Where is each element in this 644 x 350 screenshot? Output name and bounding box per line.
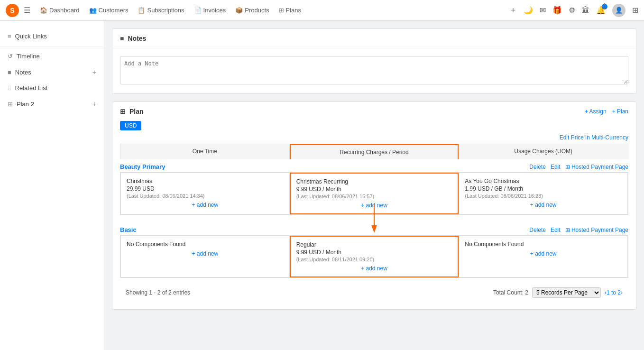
sidebar-item-quick-links[interactable]: ≡ Quick Links (0, 28, 104, 44)
add-icon[interactable]: ＋ (509, 5, 517, 15)
delete-basic-link[interactable]: Delete (529, 227, 546, 233)
beauty-one-time-cell: Christmas 29.99 USD (Last Updated: 08/06… (120, 173, 290, 214)
nav-products[interactable]: 📦 Products (231, 5, 273, 16)
basic-recurring-cell: Regular 9.99 USD / Month (Last Updated: … (290, 236, 459, 277)
basic-usage-no-comp: No Components Found (465, 241, 622, 248)
plan-grid-beauty: Christmas 29.99 USD (Last Updated: 08/06… (120, 172, 628, 215)
beauty-recurring-updated: (Last Updated: 08/06/2021 15:57) (296, 193, 452, 199)
plan-actions-beauty: Delete Edit ⊞ Hosted Payment Page (529, 164, 628, 170)
plan-columns-wrapper: One Time Recurring Charges / Period Usag… (120, 144, 628, 278)
delete-beauty-link[interactable]: Delete (529, 164, 546, 170)
mail-icon[interactable]: ✉ (540, 6, 546, 15)
notes-textarea[interactable] (120, 56, 628, 84)
nav-invoices[interactable]: 📄 Invoices (190, 5, 230, 16)
bank-icon[interactable]: 🏛 (582, 6, 589, 15)
plan-actions-basic: Delete Edit ⊞ Hosted Payment Page (529, 227, 628, 233)
settings-icon[interactable]: ⚙ (569, 6, 575, 15)
basic-one-time-add-new[interactable]: + add new (127, 250, 284, 257)
top-navigation: S ☰ 🏠 Dashboard 👥 Customers 📋 Subscripti… (0, 0, 644, 21)
showing-text: Showing 1 - 2 of 2 entries (126, 289, 190, 296)
notes-title-icon: ■ (120, 35, 124, 42)
beauty-recurring-add-new[interactable]: + add new (296, 202, 452, 209)
plan-title-icon: ⊞ (120, 108, 126, 115)
beauty-christmas-updated: (Last Updated: 08/06/2021 14:34) (127, 193, 284, 199)
quick-links-icon: ≡ (8, 33, 11, 40)
plan-title: Plan (129, 108, 144, 115)
notification-badge: 1 (602, 4, 607, 9)
sidebar-item-plan[interactable]: ⊞ Plan 2 + (0, 96, 104, 112)
beauty-usage-price: 1.99 USD / GB / Month (465, 185, 622, 192)
edit-beauty-link[interactable]: Edit (551, 164, 561, 170)
beauty-usage-add-new[interactable]: + add new (465, 202, 622, 208)
plan-card-header: ⊞ Plan + Assign + Plan (112, 102, 636, 121)
timeline-icon: ↺ (8, 53, 13, 60)
plan-body: USD Edit Price in Multi-Currency One Tim… (112, 121, 636, 309)
edit-basic-link[interactable]: Edit (551, 227, 561, 233)
beauty-usage-cell: As You Go Christmas 1.99 USD / GB / Mont… (459, 173, 628, 214)
usd-badge[interactable]: USD (120, 121, 141, 130)
plan-name-beauty[interactable]: Beauty Primary (120, 163, 165, 170)
nav-customers[interactable]: 👥 Customers (85, 5, 132, 16)
plan-row-header-beauty: Beauty Primary Delete Edit ⊞ Hosted Paym… (120, 159, 628, 172)
total-count-label: Total Count: 2 (493, 289, 528, 296)
assign-link[interactable]: + Assign (585, 108, 607, 115)
customers-icon: 👥 (89, 7, 97, 14)
sidebar-item-notes[interactable]: ■ Notes + (0, 64, 104, 80)
beauty-christmas-price: 29.99 USD (127, 185, 284, 192)
basic-recurring-name: Regular (296, 241, 452, 248)
dark-mode-icon[interactable]: 🌙 (524, 6, 533, 15)
avatar[interactable]: 👤 (612, 4, 626, 17)
sidebar-item-timeline[interactable]: ↺ Timeline (0, 48, 104, 64)
basic-usage-add-new[interactable]: + add new (465, 250, 622, 257)
basic-recurring-add-new[interactable]: + add new (296, 265, 452, 272)
pagination-right: Total Count: 2 5 Records Per Page 10 Rec… (493, 287, 623, 298)
hosted-payment-basic-link[interactable]: ⊞ Hosted Payment Page (565, 227, 628, 233)
plan-card: ⊞ Plan + Assign + Plan USD Edit Price in… (112, 101, 636, 310)
gift-icon[interactable]: 🎁 (552, 6, 562, 15)
plan-header-row: One Time Recurring Charges / Period Usag… (120, 144, 628, 159)
records-per-page-select[interactable]: 5 Records Per Page 10 Records Per Page 2… (532, 287, 601, 298)
app-logo[interactable]: S (6, 4, 19, 17)
basic-one-time-no-comp: No Components Found (127, 241, 284, 248)
nav-subscriptions[interactable]: 📋 Subscriptions (134, 5, 188, 16)
hosted-payment-beauty-link[interactable]: ⊞ Hosted Payment Page (565, 164, 628, 170)
beauty-one-time-add-new[interactable]: + add new (127, 202, 284, 208)
main-content: ■ Notes ⊞ Plan + Assign + Plan (104, 21, 644, 350)
beauty-christmas-name: Christmas (127, 178, 284, 184)
invoices-icon: 📄 (194, 7, 202, 14)
related-list-icon: ≡ (8, 84, 11, 92)
basic-recurring-price: 9.99 USD / Month (296, 249, 452, 256)
notes-card-body (112, 48, 636, 93)
basic-one-time-cell: No Components Found + add new (120, 236, 290, 277)
plans-icon: ⊞ (279, 7, 284, 14)
plan-icon: ⊞ (8, 101, 13, 108)
notifications-icon[interactable]: 🔔1 (596, 6, 606, 15)
plan-link[interactable]: + Plan (612, 108, 628, 115)
nav-dashboard[interactable]: 🏠 Dashboard (36, 5, 83, 16)
arrow-annotation (120, 218, 628, 227)
notes-add-icon[interactable]: + (92, 68, 96, 76)
notes-icon: ■ (8, 69, 11, 76)
pagination-nav[interactable]: ‹1 to 2› (605, 289, 623, 296)
plan-grid-basic: No Components Found + add new Regular 9.… (120, 235, 628, 278)
beauty-recurring-name: Christmas Recurring (296, 178, 452, 185)
header-recurring: Recurring Charges / Period (290, 144, 459, 159)
sidebar: ≡ Quick Links ↺ Timeline ■ Notes + ≡ Rel… (0, 21, 104, 350)
plan-add-icon[interactable]: + (92, 100, 96, 108)
beauty-usage-updated: (Last Updated: 08/06/2021 16:23) (465, 193, 622, 199)
hamburger-menu[interactable]: ☰ (24, 6, 30, 15)
pagination-bar: Showing 1 - 2 of 2 entries Total Count: … (120, 284, 628, 302)
header-one-time: One Time (120, 144, 290, 159)
apps-grid-icon[interactable]: ⊞ (632, 6, 638, 15)
edit-price-link[interactable]: Edit Price in Multi-Currency (120, 134, 628, 141)
nav-plans[interactable]: ⊞ Plans (275, 5, 305, 16)
subscriptions-icon: 📋 (138, 7, 145, 14)
basic-recurring-updated: (Last Updated: 08/11/2021 09:20) (296, 257, 452, 262)
beauty-usage-name: As You Go Christmas (465, 178, 622, 184)
basic-usage-cell: No Components Found + add new (459, 236, 628, 277)
sidebar-item-related-list[interactable]: ≡ Related List (0, 80, 104, 96)
notes-card-header: ■ Notes (112, 29, 636, 48)
beauty-recurring-cell: Christmas Recurring 9.99 USD / Month (La… (290, 173, 459, 214)
plan-name-basic[interactable]: Basic (120, 226, 137, 233)
header-usage: Usage Charges (UOM) (459, 144, 628, 159)
